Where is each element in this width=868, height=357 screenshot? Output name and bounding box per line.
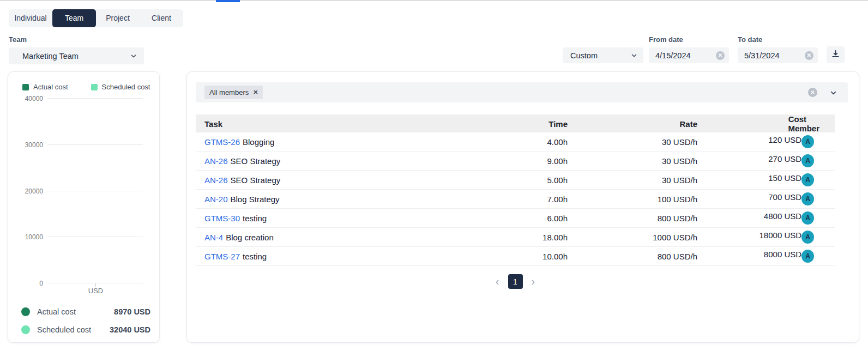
y-axis-tick-label: 30000 (19, 141, 43, 149)
column-header-task: Task (196, 119, 449, 129)
download-button[interactable] (827, 46, 845, 63)
member-avatar[interactable]: A (801, 154, 814, 167)
chevron-down-icon (130, 52, 137, 60)
time-cell: 4.00h (449, 137, 568, 147)
task-link[interactable]: GTMS-27 (204, 252, 240, 261)
member-avatar[interactable]: A (801, 250, 814, 263)
chip-remove-icon[interactable]: ✕ (253, 89, 258, 96)
member-avatar[interactable]: A (801, 173, 814, 186)
from-date-input[interactable]: 4/15/2024 ✕ (649, 47, 729, 63)
tasks-table: Task Time Rate Cost Member GTMS-26Bloggi… (196, 114, 835, 266)
cost-summary: Actual cost 8970 USD Scheduled cost 3204… (17, 302, 150, 338)
scheduled-cost-swatch-icon (91, 84, 98, 90)
to-date-label: To date (738, 35, 762, 44)
legend-label: Actual cost (33, 83, 68, 91)
x-axis-tick (95, 283, 96, 287)
clear-from-date-icon[interactable]: ✕ (716, 51, 725, 60)
tab-team[interactable]: Team (52, 9, 96, 27)
cost-cell: 18000 USD (697, 231, 801, 244)
column-header-cost: Cost (697, 114, 806, 124)
task-name: SEO Strategy (231, 176, 281, 185)
summary-value: 32040 USD (110, 325, 150, 334)
column-header-time: Time (449, 119, 568, 129)
member-avatar[interactable]: A (801, 135, 814, 148)
y-axis-tick-label: 10000 (19, 233, 43, 241)
task-name: SEO Strategy (231, 156, 281, 166)
column-header-rate: Rate (568, 119, 697, 129)
rate-cell: 1000 USD/h (568, 233, 697, 242)
legend-item-actual-cost[interactable]: Actual cost (22, 83, 68, 91)
chevron-down-icon[interactable] (829, 89, 837, 96)
time-cell: 6.00h (449, 214, 568, 223)
tab-individual[interactable]: Individual (9, 9, 52, 27)
task-name: testing (243, 214, 267, 223)
cost-cell: 700 USD (697, 192, 801, 205)
date-range-preset-select[interactable]: Custom (563, 47, 643, 63)
column-header-cost-member: Cost Member (697, 114, 835, 133)
chart-gridline: 30000 (47, 144, 143, 145)
summary-label: Scheduled cost (37, 325, 91, 334)
chart-gridline: 10000 (47, 237, 143, 237)
table-row[interactable]: GTMS-26Blogging 4.00h 30 USD/h 120 USDA (196, 132, 835, 152)
member-avatar[interactable]: A (801, 231, 814, 244)
summary-row-actual-cost: Actual cost 8970 USD (17, 302, 150, 320)
task-name: Blogging (243, 137, 274, 147)
y-axis-tick-label: 20000 (19, 187, 43, 195)
task-link[interactable]: AN-26 (204, 156, 228, 166)
task-link[interactable]: GTMS-26 (204, 137, 240, 147)
cost-chart-plot: 010000200003000040000 (47, 99, 143, 283)
cost-cell: 270 USD (697, 154, 801, 167)
previous-page-icon[interactable]: ‹ (496, 274, 499, 289)
clear-to-date-icon[interactable]: ✕ (805, 51, 813, 60)
task-link[interactable]: AN-20 (204, 195, 228, 204)
table-row[interactable]: AN-4Blog creation 18.00h 1000 USD/h 1800… (196, 228, 835, 247)
team-select[interactable]: Marketing Team (9, 47, 144, 64)
rate-cell: 30 USD/h (568, 137, 697, 147)
time-cell: 7.00h (449, 195, 568, 204)
table-row[interactable]: AN-26SEO Strategy 5.00h 30 USD/h 150 USD… (196, 171, 835, 190)
table-row[interactable]: AN-20Blog Strategy 7.00h 100 USD/h 700 U… (196, 190, 835, 209)
filter-chip-all-members[interactable]: All members ✕ (204, 86, 263, 99)
from-date-value: 4/15/2024 (655, 51, 691, 60)
column-header-member: Member (788, 124, 819, 133)
legend-item-scheduled-cost[interactable]: Scheduled cost (91, 83, 150, 91)
x-axis-category-label: USD (47, 287, 144, 295)
clear-members-filter-icon[interactable]: ✕ (808, 88, 817, 97)
task-link[interactable]: GTMS-30 (204, 214, 240, 223)
task-name: testing (243, 252, 267, 261)
chart-gridline: 40000 (47, 98, 143, 99)
to-date-value: 5/31/2024 (744, 51, 780, 60)
time-cell: 10.00h (449, 252, 568, 261)
page-button-1[interactable]: 1 (508, 274, 523, 289)
rate-cell: 30 USD/h (568, 156, 697, 166)
cost-cell: 8000 USD (697, 250, 801, 263)
scheduled-cost-dot-icon (21, 325, 30, 334)
tab-client[interactable]: Client (140, 9, 183, 27)
members-filter-combobox[interactable]: All members ✕ ✕ (196, 82, 848, 102)
table-row[interactable]: GTMS-27testing 10.00h 800 USD/h 8000 USD… (196, 247, 835, 266)
to-date-input[interactable]: 5/31/2024 ✕ (738, 47, 818, 63)
chart-gridline: 20000 (47, 191, 143, 191)
member-avatar[interactable]: A (801, 192, 814, 205)
legend-label: Scheduled cost (102, 83, 150, 91)
tab-project[interactable]: Project (96, 9, 140, 27)
pagination: ‹ 1 › (196, 274, 835, 289)
rate-cell: 800 USD/h (568, 252, 697, 261)
time-cell: 9.00h (449, 156, 568, 166)
task-link[interactable]: AN-4 (204, 233, 223, 242)
chip-label: All members (209, 88, 249, 96)
rate-cell: 100 USD/h (568, 195, 697, 204)
next-page-icon[interactable]: › (532, 274, 535, 289)
time-cell: 18.00h (449, 233, 568, 242)
report-type-tabs: Individual Team Project Client (9, 9, 183, 27)
task-link[interactable]: AN-26 (204, 176, 228, 185)
table-row[interactable]: GTMS-30testing 6.00h 800 USD/h 4800 USDA (196, 209, 835, 228)
download-icon (831, 49, 840, 60)
member-avatar[interactable]: A (801, 211, 814, 225)
summary-row-scheduled-cost: Scheduled cost 32040 USD (17, 320, 150, 338)
table-row[interactable]: AN-26SEO Strategy 9.00h 30 USD/h 270 USD… (196, 152, 835, 171)
rate-cell: 30 USD/h (568, 176, 697, 185)
top-accent-indicator (216, 0, 240, 2)
date-range-preset-value: Custom (570, 51, 598, 60)
task-table-panel: All members ✕ ✕ Task Time Rate Cost Memb… (186, 71, 859, 343)
